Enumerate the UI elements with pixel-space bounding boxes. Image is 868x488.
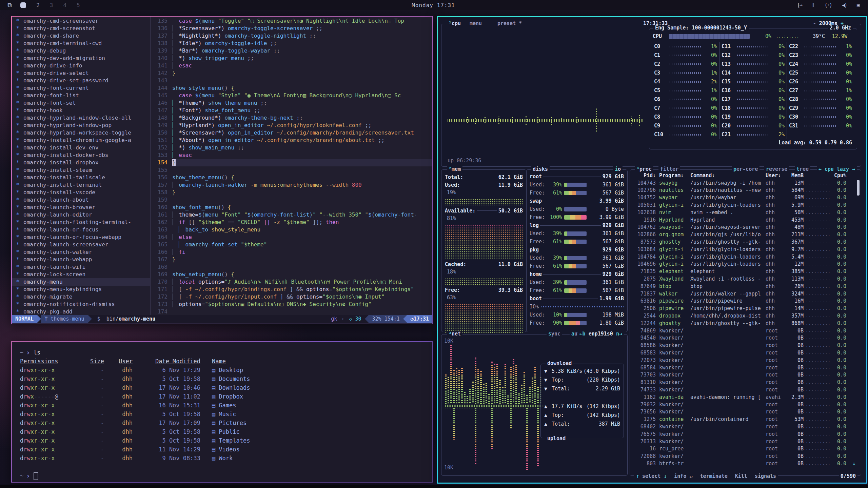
file-item[interactable]: *omarchy-dev-add-migration	[12, 55, 150, 62]
entry-name[interactable]: ▤Dropbox	[200, 392, 243, 401]
process-row[interactable]: 94540kworker/root0B.........0.0	[633, 334, 858, 342]
process-row[interactable]: 72088kworker/root0B.........0.0	[633, 452, 858, 460]
process-row[interactable]: 71837walker/usr/bin/walker --gappldhh324…	[633, 290, 858, 298]
file-item[interactable]: *omarchy-launch-walker	[12, 248, 150, 256]
process-row[interactable]: 105031glycin-i/usr/lib/glycin-loadersdhh…	[633, 201, 858, 209]
file-item[interactable]: *omarchy-font-current	[12, 84, 150, 92]
process-row[interactable]: 87649btopbtopdhh26M.........0.0	[633, 283, 858, 290]
process-row[interactable]: 2544dropbox/home/dhh/.dropbox-distdhh357…	[633, 312, 858, 320]
process-row[interactable]: 74733kworker/root0B.........0.0	[633, 386, 858, 393]
volume-icon[interactable]: ◀)	[842, 2, 847, 8]
process-row[interactable]: 102638nvimnvim --embed .dhh56M.........0…	[633, 209, 858, 216]
code-line[interactable]: 159	[151, 196, 432, 204]
file-item[interactable]: *omarchy-font-set	[12, 99, 150, 107]
code-line[interactable]: 160show_font_menu() {	[151, 204, 432, 211]
proc-scrollbar[interactable]	[857, 180, 860, 196]
code-line[interactable]: 168	[151, 263, 432, 271]
code-line[interactable]: 149▏ *Hyprland*) open_in_editor ~/.confi…	[151, 122, 432, 129]
io-toggle[interactable]: io	[613, 166, 623, 172]
file-item[interactable]: *omarchy-cmd-terminal-cwd	[12, 40, 150, 47]
file-item[interactable]: *omarchy-launch-or-focus-webapp	[12, 233, 150, 241]
process-row[interactable]: 76575kworker/root0B.........0.0	[633, 430, 858, 438]
entry-name[interactable]: ▤Public	[200, 427, 240, 436]
code-line[interactable]: 167}	[151, 256, 432, 263]
process-row[interactable]: 73703kworker/root0B.........0.0	[633, 371, 858, 379]
file-item[interactable]: *omarchy-drive-set-password	[12, 77, 150, 84]
cpu-tab[interactable]: ¹cpu	[447, 20, 462, 26]
process-row[interactable]: 803btrfs-trroot0B.........0.0	[633, 460, 858, 467]
file-item[interactable]: *omarchy-launch-editor	[12, 211, 150, 219]
code-line[interactable]: 163 ▏ back_to show_style_menu	[151, 226, 432, 233]
process-row[interactable]: 104696glycin-i/usr/lib/glycin-loadersdhh…	[633, 261, 858, 268]
network-icon[interactable]: (·)	[825, 2, 832, 8]
process-row[interactable]: 104752waybar/usr/bin/waybardhh69M.......…	[633, 194, 858, 201]
file-item[interactable]: *omarchy-debug	[12, 47, 150, 55]
code-line[interactable]: 146▏ *Theme*) show_theme_menu ;;	[151, 99, 432, 107]
file-item[interactable]: *omarchy-pkg-add	[12, 308, 150, 315]
code-line[interactable]: 142}	[151, 69, 432, 77]
code-line[interactable]: 170▏ local options="♪ Audio\n∿ Wifi\nᛒ B…	[151, 278, 432, 286]
file-item[interactable]: *omarchy-drive-select	[12, 69, 150, 77]
file-item[interactable]: *omarchy-install-docker-dbs	[12, 151, 150, 159]
process-row[interactable]: 63816pipewire/usr/bin/pipewiredhh16M....…	[633, 298, 858, 305]
code-line[interactable]: 174	[151, 308, 432, 315]
file-item[interactable]: *omarchy-drive-info	[12, 62, 150, 69]
file-item[interactable]: *omarchy-cmd-share	[12, 32, 150, 40]
file-item[interactable]: *omarchy-hyprland-window-close-all	[12, 114, 150, 122]
process-row[interactable]: 16rcu_preeroot0B.........0.0	[633, 445, 858, 452]
screenshot-icon[interactable]: ⧉	[7, 2, 12, 8]
process-row[interactable]: 1275containe/usr/bin/containerdroot53M..…	[633, 415, 858, 423]
process-row[interactable]: 1916HyprlandHyprlanddhh453M.........0.0	[633, 216, 858, 224]
code-line[interactable]: 161▏ theme=$(menu "Font" "$(omarchy-font…	[151, 211, 432, 219]
process-row[interactable]: 104762swayosd-/usr/bin/swayosd-serverdhh…	[633, 224, 858, 231]
file-item[interactable]: *omarchy-launch-wifi	[12, 263, 150, 271]
bluetooth-icon[interactable]: ᛒ	[812, 2, 814, 8]
process-row[interactable]: 12244ghostty/usr/bin/ghostty --gtk-dhh86…	[633, 320, 858, 327]
file-item[interactable]: *omarchy-cmd-screensaver	[12, 17, 150, 25]
process-row[interactable]: 79032kworker/root0B.........0.0	[633, 401, 858, 408]
file-item[interactable]: *omarchy-font-list	[12, 92, 150, 99]
code-line[interactable]: 139▏ *Bar*) omarchy-toggle-waybar ;;	[151, 47, 432, 55]
code-line[interactable]: 140▏ *) show_trigger_menu ;;	[151, 55, 432, 62]
code-line[interactable]: 173▏ options="$options\n▣ Defaults\n▢ DN…	[151, 301, 432, 308]
workspace-4[interactable]: 4	[63, 2, 66, 8]
code-line[interactable]: 150▏ *Screensaver*) open_in_editor ~/.co…	[151, 129, 432, 137]
process-row[interactable]: 68583kworker/root0B.........0.0	[633, 349, 858, 357]
code-line[interactable]: 135 case $(menu "Toggle" "▢ Screensaver\…	[151, 17, 432, 25]
process-row[interactable]: 72073kworker/root0B.........0.0	[633, 357, 858, 364]
file-item[interactable]: *omarchy-hyprland-window-pop	[12, 122, 150, 129]
tree-toggle[interactable]: tree	[795, 166, 810, 172]
process-row[interactable]: 76313kworker/root0B.........0.0	[633, 438, 858, 445]
entry-name[interactable]: ▤Downloads	[200, 383, 250, 392]
entry-name[interactable]: ▤Work	[200, 454, 233, 463]
file-item[interactable]: *omarchy-install-dev-env	[12, 144, 150, 151]
code-line[interactable]: 165 ▏ omarchy-font-set "$theme"	[151, 241, 432, 248]
entry-name[interactable]: ▤Pictures	[200, 419, 246, 427]
filter-button[interactable]: filter	[658, 166, 680, 172]
entry-name[interactable]: ▤Documents	[200, 374, 250, 383]
net-tab[interactable]: ³net	[447, 331, 462, 337]
workspace-5[interactable]: 5	[77, 2, 80, 8]
code-line[interactable]: 144show_style_menu() {	[151, 84, 432, 92]
file-item[interactable]: *omarchy-lock-screen	[12, 271, 150, 278]
entry-name[interactable]: ▤Desktop	[200, 366, 243, 374]
info-action[interactable]: info ↵	[674, 473, 692, 479]
file-item[interactable]: *omarchy-menu-keybindings	[12, 286, 150, 293]
chip-icon[interactable]: ▣	[857, 2, 859, 8]
code-line[interactable]: 152▏ *) show_main_menu ;;	[151, 144, 432, 151]
file-item[interactable]: *omarchy-install-chromium-google-a	[12, 137, 150, 144]
entry-name[interactable]: ▤Music	[200, 410, 236, 419]
code-line[interactable]: 164▏ else	[151, 233, 432, 241]
workspace-3[interactable]: 3	[50, 2, 53, 8]
select-action[interactable]: ↑ select ↓	[636, 473, 667, 479]
code-line[interactable]: 147▏ *Font*) show_font_menu ;;	[151, 107, 432, 114]
file-item[interactable]: *omarchy-launch-webapp	[12, 256, 150, 263]
terminal-body[interactable]: ~ › ls PermissionsSizeUserDate ModifiedN…	[12, 342, 432, 480]
file-item[interactable]: *omarchy-install-terminal	[12, 181, 150, 189]
scroll-down-icon[interactable]: ↓	[852, 461, 855, 467]
code-line[interactable]: 143	[151, 77, 432, 84]
per-core-toggle[interactable]: per-core	[732, 166, 760, 172]
reverse-toggle[interactable]: reverse	[764, 166, 789, 172]
code-line[interactable]: 156show_theme_menu() {	[151, 174, 432, 181]
file-item[interactable]: *omarchy-migrate	[12, 293, 150, 301]
